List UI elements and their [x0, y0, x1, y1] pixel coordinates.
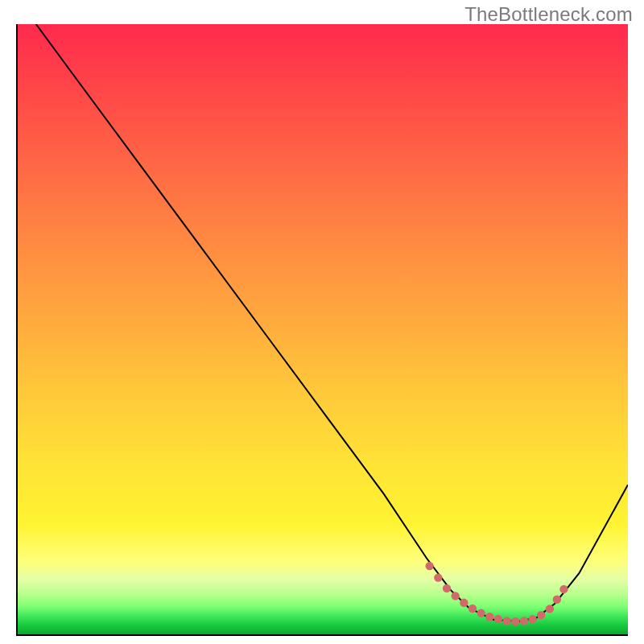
dotted-marker	[511, 617, 519, 625]
dotted-marker	[494, 615, 502, 623]
dotted-marker	[546, 605, 554, 613]
dotted-marker	[443, 584, 451, 592]
dotted-marker	[477, 609, 485, 617]
watermark-text: TheBottleneck.com	[464, 3, 633, 26]
dotted-marker	[469, 605, 477, 613]
dotted-bottom-segment	[425, 562, 568, 625]
chart-container: TheBottleneck.com	[0, 0, 644, 644]
dotted-marker	[425, 562, 433, 570]
dotted-marker	[451, 592, 459, 600]
dotted-marker	[553, 596, 561, 604]
dotted-marker	[485, 613, 493, 621]
curve-layer	[18, 24, 628, 634]
bottleneck-curve	[36, 24, 628, 621]
dotted-marker	[434, 573, 442, 581]
dotted-marker	[502, 617, 510, 625]
dotted-marker	[460, 599, 468, 607]
dotted-marker	[528, 615, 536, 623]
dotted-marker	[559, 585, 568, 593]
plot-area	[16, 24, 628, 636]
dotted-marker	[520, 617, 528, 625]
dotted-marker	[537, 611, 545, 619]
